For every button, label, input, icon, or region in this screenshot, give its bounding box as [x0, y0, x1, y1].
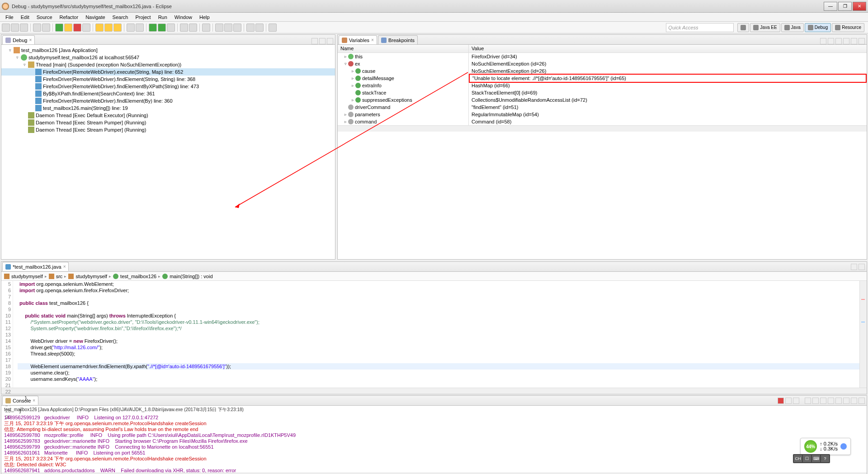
line-number-ruler[interactable]: 567891011121314151617181920212223242526 [1, 281, 13, 388]
breakpoints-tab[interactable]: Breakpoints [378, 35, 418, 44]
suspend-button[interactable] [64, 24, 72, 32]
variables-maximize-button[interactable] [859, 38, 865, 44]
breadcrumb-segment[interactable]: test_mailbox126 [120, 274, 156, 279]
search-button[interactable] [215, 24, 223, 32]
breadcrumb-segment[interactable]: studybymyself [75, 274, 107, 279]
debug-tree-item[interactable]: test_mailbox126.main(String[]) line: 19 [1, 104, 335, 112]
debug-tree-item[interactable]: FirefoxDriver(RemoteWebDriver).findEleme… [1, 97, 335, 104]
step-return-button[interactable] [113, 24, 122, 32]
debug-tree-item[interactable]: ▿test_mailbox126 [Java Application] [1, 47, 335, 54]
marker-ruler[interactable] [13, 281, 18, 388]
breadcrumb-segment[interactable]: studybymyself [11, 274, 43, 279]
overview-ruler[interactable] [859, 281, 867, 388]
menu-source[interactable]: Source [33, 14, 56, 21]
tab-close-icon[interactable]: × [371, 38, 374, 43]
new-package-button[interactable] [180, 24, 188, 32]
editor-tab[interactable]: *test_mailbox126.java × [2, 262, 69, 271]
debug-tab[interactable]: Debug × [2, 35, 35, 44]
save-all-button[interactable] [20, 24, 28, 32]
debug-tree-item[interactable]: ▿Thread [main] (Suspended (exception NoS… [1, 61, 335, 68]
console-output[interactable]: 1489562599129 geckodriver INFO Listening… [1, 414, 867, 473]
back-button[interactable] [246, 24, 255, 32]
breadcrumb[interactable]: studybymyself▸src▸studybymyself▸test_mai… [1, 272, 867, 281]
variables-view-menu-button[interactable] [843, 38, 849, 44]
tab-close-icon[interactable]: × [63, 264, 66, 269]
close-button[interactable]: ✕ [853, 2, 866, 11]
perspective-resource[interactable]: Resource [832, 23, 864, 32]
variable-row[interactable]: stackTraceStackTraceElement[0] (id=69) [338, 89, 867, 96]
skip-breakpoints-button[interactable] [42, 24, 50, 32]
menu-help[interactable]: Help [196, 14, 213, 21]
editor-maximize-button[interactable] [859, 264, 865, 270]
open-perspective-button[interactable] [737, 23, 749, 32]
breadcrumb-segment[interactable]: src [56, 274, 63, 279]
perspective-debug[interactable]: Debug [805, 23, 831, 32]
ime-toolbar[interactable]: CH☐⌨? [793, 454, 830, 463]
new-button[interactable] [2, 24, 10, 32]
variable-row[interactable]: ▿exNoSuchElementException (id=26) [338, 60, 867, 67]
disconnect-button[interactable] [82, 24, 90, 32]
menu-run[interactable]: Run [155, 14, 171, 21]
annotation-nav-button[interactable] [224, 24, 232, 32]
breadcrumb-segment[interactable]: main(String[]) : void [170, 274, 212, 279]
variables-hscroll[interactable] [338, 125, 867, 132]
debug-tree-item[interactable]: By$ByXPath.findElement(SearchContext) li… [1, 90, 335, 97]
debug-tree-item[interactable]: Daemon Thread [Exec Default Executor] (R… [1, 112, 335, 119]
variable-row[interactable]: ▹thisFirefoxDriver (id=34) [338, 53, 867, 60]
debug-tree-item[interactable]: Daemon Thread [Exec Stream Pumper] (Runn… [1, 119, 335, 126]
variable-row[interactable]: ▹detailMessage"Unable to locate element:… [338, 75, 867, 82]
menu-navigate[interactable]: Navigate [82, 14, 108, 21]
ime-button[interactable]: ⌨ [812, 455, 820, 462]
debug-tree-item[interactable]: FirefoxDriver(RemoteWebDriver).execute(S… [1, 68, 335, 76]
perspective-java[interactable]: Java [781, 23, 804, 32]
console-max-button[interactable] [859, 398, 865, 404]
run-dropdown-button[interactable] [158, 24, 166, 32]
debug-dropdown-button[interactable] [149, 24, 157, 32]
step-into-button[interactable] [95, 24, 104, 32]
new-class-button[interactable] [189, 24, 197, 32]
ime-button[interactable]: ? [821, 455, 829, 462]
network-speed-widget[interactable]: 44% ↑ 0.2K/s ↓ 0.3K/s [800, 438, 851, 455]
external-tools-button[interactable] [167, 24, 175, 32]
perspective-java-ee[interactable]: Java EE [750, 23, 780, 32]
variable-row[interactable]: ▹suppressedExceptionsCollections$Unmodif… [338, 96, 867, 104]
resume-button[interactable] [55, 24, 63, 32]
menu-file[interactable]: File [2, 14, 17, 21]
debug-tree-item[interactable]: FirefoxDriver(RemoteWebDriver).findEleme… [1, 76, 335, 83]
save-button[interactable] [11, 24, 19, 32]
open-type-button[interactable] [202, 24, 210, 32]
debug-tree-item[interactable]: ▿studybymyself.test_mailbox126 at localh… [1, 54, 335, 61]
show-type-names-button[interactable] [820, 38, 826, 44]
debug-tree-item[interactable]: Daemon Thread [Exec Stream Pumper] (Runn… [1, 126, 335, 133]
variables-tab[interactable]: Variables × [339, 35, 377, 44]
show-logical-button[interactable] [828, 38, 834, 44]
pin-button[interactable] [269, 24, 277, 32]
editor-content[interactable]: import org.openqa.selenium.WebElement;im… [18, 281, 859, 388]
debug-view-menu-button[interactable] [311, 38, 318, 44]
menu-project[interactable]: Project [132, 14, 154, 21]
terminate-button[interactable] [73, 24, 81, 32]
variable-row[interactable]: driverCommand"findElement" (id=51) [338, 104, 867, 111]
tab-close-icon[interactable]: × [29, 38, 32, 43]
forward-button[interactable] [255, 24, 264, 32]
quick-access-input[interactable]: Quick Access [666, 23, 734, 32]
ime-button[interactable]: CH [794, 455, 802, 462]
col-header-value[interactable]: Value [469, 45, 867, 52]
ime-button[interactable]: ☐ [803, 455, 811, 462]
step-over-button[interactable] [104, 24, 113, 32]
menu-search[interactable]: Search [109, 14, 132, 21]
widget-settings-icon[interactable] [840, 443, 847, 450]
col-header-name[interactable]: Name [338, 45, 469, 52]
step-filters-button[interactable] [136, 24, 144, 32]
debug-tree-item[interactable]: FirefoxDriver(RemoteWebDriver).findEleme… [1, 83, 335, 90]
variable-row[interactable]: ▹commandCommand (id=58) [338, 118, 867, 125]
variable-row[interactable]: ▹parametersRegularImmutableMap (id=54) [338, 111, 867, 118]
variables-minimize-button[interactable] [851, 38, 857, 44]
toggle-breakpoint-button[interactable] [33, 24, 41, 32]
menu-edit[interactable]: Edit [17, 14, 33, 21]
editor-minimize-button[interactable] [851, 264, 857, 270]
menu-refactor[interactable]: Refactor [56, 14, 82, 21]
menu-window[interactable]: Window [171, 14, 196, 21]
last-edit-button[interactable] [233, 24, 241, 32]
maximize-button[interactable]: ❐ [838, 2, 852, 11]
